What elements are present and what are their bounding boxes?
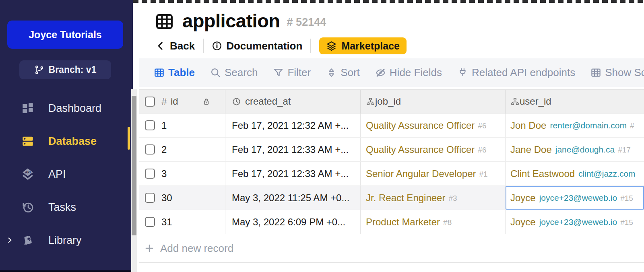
row-checkbox[interactable] bbox=[145, 217, 155, 227]
plug-icon bbox=[457, 67, 468, 78]
lock-icon bbox=[202, 97, 211, 106]
layers-icon bbox=[326, 41, 337, 52]
grid-icon bbox=[154, 67, 165, 78]
job-ref: #6 bbox=[478, 144, 486, 155]
sidebar-item-tasks[interactable]: Tasks bbox=[0, 191, 133, 224]
id-cell[interactable]: 1 bbox=[139, 113, 225, 137]
page-title: application bbox=[182, 10, 280, 32]
job-ref: #8 bbox=[443, 217, 452, 227]
sidebar-item-label: Tasks bbox=[48, 201, 76, 214]
scrollbar-thumb[interactable] bbox=[132, 96, 136, 235]
created-at-cell[interactable]: May 3, 2022 6:09 PM +0... bbox=[225, 210, 361, 234]
vertical-scrollbar[interactable] bbox=[131, 89, 137, 272]
id-cell[interactable]: 31 bbox=[139, 210, 225, 234]
created-at-value: Feb 17, 2021 12:33 AM +... bbox=[232, 168, 349, 179]
user-name: Joyce bbox=[510, 192, 536, 204]
job-title: Product Marketer bbox=[366, 216, 440, 228]
header-actions: Back Documentation bbox=[155, 37, 407, 55]
sidebar-item-library[interactable]: Library bbox=[0, 224, 133, 257]
created-at-cell[interactable]: Feb 17, 2021 12:33 AM +... bbox=[225, 138, 361, 161]
back-button[interactable]: Back bbox=[155, 40, 195, 52]
add-new-record-button[interactable]: Add new record bbox=[139, 234, 644, 263]
divider bbox=[203, 39, 204, 53]
user-id-cell[interactable]: Joyce joyce+23@weweb.io #15 bbox=[506, 186, 644, 210]
column-header-id[interactable]: # id bbox=[139, 90, 225, 113]
toolbar-show-schema[interactable]: Show Schema bbox=[590, 66, 644, 79]
documentation-button[interactable]: Documentation bbox=[212, 40, 302, 52]
user-email: joyce+23@weweb.io bbox=[539, 193, 617, 203]
table-id-badge: # 52144 bbox=[287, 13, 326, 29]
toolbar-label: Related API endpoints bbox=[472, 66, 575, 79]
id-value: 2 bbox=[161, 144, 167, 155]
table-row[interactable]: 30 May 3, 2022 11:25 AM +0... Jr. React … bbox=[139, 186, 644, 210]
job-id-cell[interactable]: Quality Assurance Officer #6 bbox=[361, 113, 506, 137]
sidebar-item-label: Dashboard bbox=[48, 102, 101, 115]
sidebar-item-label: Database bbox=[48, 135, 97, 148]
toolbar-sort[interactable]: Sort bbox=[326, 66, 360, 79]
add-record-label: Add new record bbox=[160, 242, 233, 255]
column-header-job-id[interactable]: job_id bbox=[361, 90, 506, 113]
created-at-cell[interactable]: Feb 17, 2021 12:33 AM +... bbox=[225, 162, 361, 185]
info-circle-icon bbox=[212, 41, 222, 51]
branch-button[interactable]: Branch: v1 bbox=[19, 60, 111, 79]
user-name: Jane Doe bbox=[510, 144, 552, 155]
column-header-created-at[interactable]: created_at bbox=[225, 90, 361, 113]
api-diamond-icon: API bbox=[21, 167, 35, 181]
chevron-right-icon[interactable] bbox=[6, 236, 14, 244]
table-row[interactable]: 1 Feb 17, 2021 12:32 AM +... Quality Ass… bbox=[139, 113, 644, 138]
toolbar-filter[interactable]: Filter bbox=[273, 66, 311, 79]
row-checkbox[interactable] bbox=[145, 144, 155, 155]
sidebar-item-label: API bbox=[48, 168, 66, 181]
toolbar-label: Filter bbox=[287, 66, 311, 79]
toolbar-related-api-endpoints[interactable]: Related API endpoints bbox=[457, 66, 575, 79]
job-ref: #3 bbox=[448, 193, 457, 203]
id-cell[interactable]: 3 bbox=[139, 162, 225, 185]
created-at-cell[interactable]: Feb 17, 2021 12:32 AM +... bbox=[225, 113, 361, 137]
user-ref: #17 bbox=[618, 144, 631, 155]
marketplace-button[interactable]: Marketplace bbox=[319, 37, 407, 54]
table-row[interactable]: 2 Feb 17, 2021 12:33 AM +... Quality Ass… bbox=[139, 138, 644, 162]
eye-slash-icon bbox=[375, 67, 386, 78]
database-icon bbox=[21, 134, 35, 148]
toolbar-hide-fields[interactable]: Hide Fields bbox=[375, 66, 442, 79]
row-checkbox[interactable] bbox=[145, 193, 155, 203]
user-id-cell[interactable]: Joyce joyce+23@weweb.io #15 bbox=[506, 210, 644, 234]
toolbar-search[interactable]: Search bbox=[210, 66, 258, 79]
created-at-cell[interactable]: May 3, 2022 11:25 AM +0... bbox=[225, 186, 361, 210]
data-table: # id c bbox=[139, 89, 644, 263]
branch-label: Branch: v1 bbox=[49, 64, 97, 75]
id-cell[interactable]: 2 bbox=[139, 138, 225, 161]
library-cards-icon bbox=[21, 233, 35, 247]
user-name: Jon Doe bbox=[510, 120, 546, 131]
row-checkbox[interactable] bbox=[145, 120, 155, 130]
table-header-row: # id c bbox=[139, 89, 644, 113]
svg-text:API: API bbox=[25, 170, 31, 174]
job-id-cell[interactable]: Jr. React Engineer #3 bbox=[361, 186, 506, 210]
job-id-cell[interactable]: Product Marketer #8 bbox=[361, 210, 506, 234]
sidebar-item-dashboard[interactable]: Dashboard bbox=[0, 92, 133, 125]
sidebar-item-api[interactable]: API API bbox=[0, 158, 133, 191]
job-id-cell[interactable]: Senior Angular Developer #1 bbox=[361, 162, 506, 185]
job-title: Jr. React Engineer bbox=[366, 192, 445, 204]
user-id-cell[interactable]: Clint Eastwood clint@jazz.com bbox=[506, 162, 644, 185]
table-row[interactable]: 31 May 3, 2022 6:09 PM +0... Product Mar… bbox=[139, 210, 644, 234]
workspace-button[interactable]: Joyce Tutorials bbox=[7, 21, 123, 49]
row-checkbox[interactable] bbox=[145, 169, 155, 179]
job-title: Quality Assurance Officer bbox=[366, 120, 475, 131]
id-cell[interactable]: 30 bbox=[139, 186, 225, 210]
select-all-checkbox[interactable] bbox=[145, 97, 155, 107]
sidebar-item-database[interactable]: Database bbox=[0, 125, 133, 158]
table-row[interactable]: 3 Feb 17, 2021 12:33 AM +... Senior Angu… bbox=[139, 162, 644, 186]
toolbar-label: Show Schema bbox=[605, 66, 644, 79]
user-id-cell[interactable]: Jane Doe jane@dough.ca #17 bbox=[506, 138, 644, 161]
magnifier-icon bbox=[210, 67, 221, 78]
column-header-user-id[interactable]: user_id bbox=[506, 90, 644, 113]
job-ref: #6 bbox=[478, 120, 486, 130]
user-id-cell[interactable]: Jon Doe renter@domain.com # bbox=[506, 113, 644, 137]
git-branch-icon bbox=[34, 65, 44, 75]
column-label-job-id: job_id bbox=[375, 96, 401, 107]
active-nav-indicator bbox=[128, 127, 130, 150]
toolbar-table[interactable]: Table bbox=[154, 66, 195, 79]
job-id-cell[interactable]: Quality Assurance Officer #6 bbox=[361, 138, 506, 161]
id-value: 30 bbox=[161, 192, 172, 204]
